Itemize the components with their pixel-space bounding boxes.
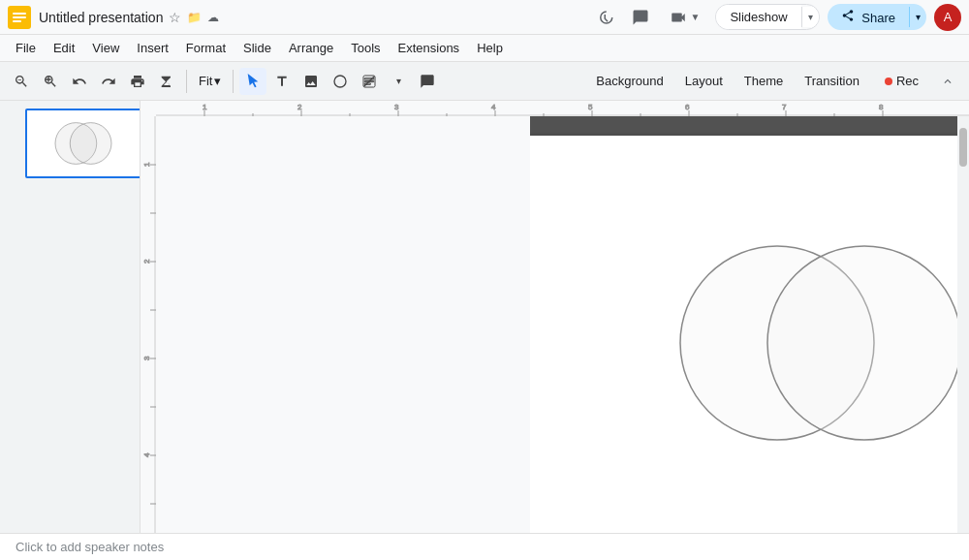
history-btn[interactable] (592, 4, 619, 31)
star-icon[interactable]: ☆ (169, 10, 181, 25)
zoom-in-btn[interactable] (37, 68, 64, 95)
svg-rect-2 (13, 16, 26, 18)
menu-extensions[interactable]: Extensions (391, 38, 468, 58)
svg-text:4: 4 (491, 103, 496, 111)
svg-point-48 (767, 246, 957, 440)
video-call-btn[interactable]: ▼ (662, 5, 708, 30)
top-right-controls: ▼ Slideshow ▾ Share ▾ A (592, 4, 962, 31)
collapse-toolbar-btn[interactable] (934, 68, 961, 95)
vertical-scrollbar[interactable] (957, 116, 969, 533)
transition-btn[interactable]: Transition (795, 70, 869, 92)
ruler-top-row: 1 2 3 4 5 6 7 8 (141, 101, 969, 116)
comments-btn[interactable] (627, 4, 654, 31)
menu-help[interactable]: Help (469, 38, 511, 58)
image-tool-btn[interactable] (297, 68, 325, 95)
zoom-select-btn[interactable]: Fit ▾ (193, 72, 227, 90)
presentation-title[interactable]: Untitled presentation (39, 10, 163, 25)
theme-btn[interactable]: Theme (735, 70, 793, 92)
svg-text:6: 6 (685, 103, 690, 111)
svg-text:2: 2 (297, 103, 302, 111)
select-tool-btn[interactable] (239, 68, 266, 95)
svg-text:7: 7 (782, 103, 787, 111)
slide-panel: 1 (0, 101, 141, 533)
main-layout: 1 1 (0, 101, 969, 533)
title-bar: Untitled presentation ☆ 📁 ☁ ▼ Slideshow … (0, 0, 969, 35)
svg-text:4: 4 (142, 452, 151, 457)
slide-action-btns: Background Layout Theme Transition (586, 70, 869, 92)
share-btn[interactable]: Share (828, 4, 909, 30)
layout-btn[interactable]: Layout (675, 70, 733, 92)
scrollbar-thumb[interactable] (959, 128, 967, 167)
title-area: Untitled presentation ☆ 📁 ☁ (39, 10, 592, 25)
avatar[interactable]: A (934, 4, 961, 31)
slide-canvas[interactable] (530, 136, 958, 533)
toolbar-right: Background Layout Theme Transition Rec (586, 68, 961, 95)
canvas-with-rulers: 1 2 3 4 5 6 7 8 (141, 101, 969, 533)
ruler-vertical: 1 2 3 4 (141, 116, 530, 533)
shapes-tool-btn[interactable] (327, 68, 354, 95)
undo-btn[interactable] (66, 68, 93, 95)
menu-file[interactable]: File (8, 38, 44, 58)
menu-bar: File Edit View Insert Format Slide Arran… (0, 35, 969, 62)
svg-text:1: 1 (203, 103, 207, 111)
share-dropdown-btn[interactable]: ▾ (909, 7, 926, 27)
svg-text:2: 2 (142, 259, 151, 264)
canvas-row: 1 2 3 4 (141, 116, 969, 533)
menu-tools[interactable]: Tools (343, 38, 388, 58)
toolbar: Fit ▾ ▾ Background Layout Theme Transiti… (0, 62, 969, 101)
slideshow-dropdown-btn[interactable]: ▾ (801, 7, 819, 27)
svg-point-4 (334, 76, 346, 87)
rec-dot (885, 78, 892, 85)
folder-icon[interactable]: 📁 (187, 11, 202, 24)
slideshow-btn[interactable]: Slideshow (716, 5, 800, 29)
rec-btn[interactable]: Rec (877, 70, 926, 92)
svg-point-7 (70, 123, 111, 165)
share-label: Share (861, 11, 895, 25)
ruler-v-svg: 1 2 3 4 (141, 116, 156, 533)
zoom-dropdown-icon: ▾ (214, 74, 221, 88)
slide-thumbnail[interactable] (25, 109, 141, 178)
slide-canvas-container[interactable] (530, 116, 958, 533)
text-tool-btn[interactable] (268, 68, 296, 95)
comment-tool-btn[interactable] (414, 68, 441, 95)
svg-text:5: 5 (588, 103, 593, 111)
background-btn[interactable]: Background (586, 70, 672, 92)
slide-thumb-inner (27, 110, 140, 176)
notes-placeholder[interactable]: Click to add speaker notes (16, 540, 164, 554)
svg-text:1: 1 (142, 162, 151, 167)
cloud-icon[interactable]: ☁ (207, 11, 219, 24)
rec-label: Rec (896, 74, 919, 88)
print-btn[interactable] (124, 68, 151, 95)
thumb-venn (27, 110, 140, 176)
video-btn-arrow[interactable]: ▼ (691, 12, 701, 22)
app-icon (8, 6, 31, 29)
slideshow-btn-group: Slideshow ▾ (715, 4, 819, 30)
notes-area[interactable]: Click to add speaker notes (0, 533, 969, 560)
zoom-value: Fit (199, 74, 212, 88)
redo-btn[interactable] (95, 68, 122, 95)
share-btn-group: Share ▾ (828, 4, 926, 30)
paint-format-btn[interactable] (153, 68, 180, 95)
more-shapes-btn[interactable]: ▾ (385, 68, 412, 95)
svg-rect-1 (13, 13, 26, 15)
separator-1 (186, 70, 187, 93)
ruler-h-svg: 1 2 3 4 5 6 7 8 (156, 101, 969, 116)
svg-rect-33 (141, 116, 156, 533)
venn-diagram[interactable] (661, 236, 957, 450)
svg-rect-8 (156, 101, 969, 116)
separator-2 (233, 70, 234, 93)
svg-rect-3 (13, 20, 21, 22)
menu-arrange[interactable]: Arrange (281, 38, 341, 58)
menu-insert[interactable]: Insert (129, 38, 176, 58)
svg-text:8: 8 (879, 103, 884, 111)
menu-view[interactable]: View (84, 38, 127, 58)
ruler-horizontal: 1 2 3 4 5 6 7 8 (156, 101, 969, 116)
menu-format[interactable]: Format (178, 38, 234, 58)
menu-slide[interactable]: Slide (235, 38, 279, 58)
menu-edit[interactable]: Edit (46, 38, 82, 58)
svg-text:3: 3 (142, 356, 151, 360)
line-tool-btn[interactable] (356, 68, 383, 95)
ruler-corner (141, 101, 156, 116)
zoom-out-btn[interactable] (8, 68, 35, 95)
svg-text:3: 3 (394, 103, 399, 111)
